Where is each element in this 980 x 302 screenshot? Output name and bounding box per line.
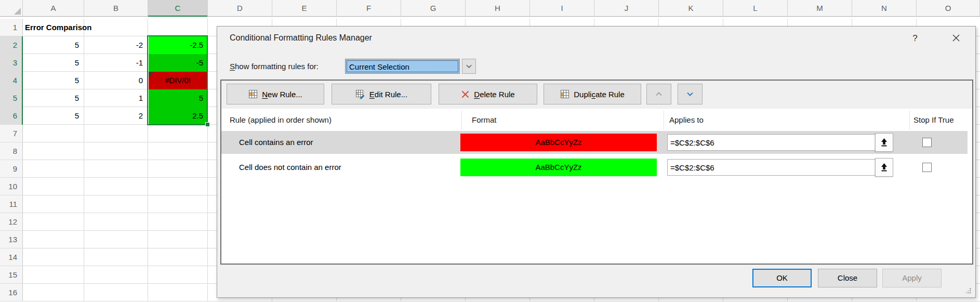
column-header-k[interactable]: K [659,0,723,16]
cell-c4[interactable]: #DIV/0! [149,72,207,89]
collapse-dialog-button[interactable] [875,158,893,177]
error-indicator-triangle-icon [149,72,153,77]
row-header-1[interactable]: 1 [0,19,23,36]
row-header-14[interactable]: 14 [0,248,23,266]
resize-grip[interactable] [964,287,972,296]
cell-b5[interactable]: 1 [84,89,146,107]
collapse-dialog-button[interactable] [875,133,893,152]
cell-b2[interactable]: -2 [84,36,146,54]
combobox-dropdown-button[interactable] [462,59,476,74]
cell-c2[interactable]: -2.5 [149,36,207,54]
edit-rule-button[interactable]: Edit Rule... [332,84,431,104]
red-x-icon [461,90,470,99]
cell-b6[interactable]: 2 [84,107,146,125]
applies-to-input[interactable] [667,134,876,151]
cell-b4[interactable]: 0 [84,72,146,89]
row-header-5[interactable]: 5 [0,89,23,107]
cell-a2[interactable]: 5 [23,36,82,54]
stop-if-true-checkbox[interactable] [922,163,932,172]
column-header-d[interactable]: D [208,0,272,16]
apply-button[interactable]: Apply [882,269,942,287]
rules-list-frame: New Rule... Edit Rule... [220,80,973,265]
row-header-15[interactable]: 15 [0,266,23,284]
column-header-n[interactable]: N [852,0,917,16]
duplicate-rule-button[interactable]: Duplicate Rule [544,84,641,104]
rule-name: Cell does not contain an error [239,156,341,179]
column-header-j[interactable]: J [594,0,659,16]
header-applies: Applies to [669,109,704,131]
row-header-4[interactable]: 4 [0,72,23,89]
rule-row-2[interactable]: Cell does not contain an error AaBbCcYyZ… [221,156,968,179]
column-header-a[interactable]: A [23,0,84,16]
resize-grip-icon [964,287,972,294]
row-header-9[interactable]: 9 [0,160,23,178]
column-header-i[interactable]: I [530,0,594,16]
cf-rules-manager-dialog: Conditional Formatting Rules Manager ? S… [217,26,976,298]
cell-a3[interactable]: 5 [23,54,82,72]
column-header-c[interactable]: C [148,0,208,16]
row-header-7[interactable]: 7 [0,125,23,142]
row-header-16[interactable]: 16 [0,284,23,301]
table-grid-pencil-icon [355,89,365,99]
row-header-8[interactable]: 8 [0,142,23,160]
help-icon[interactable]: ? [907,31,923,46]
new-rule-button[interactable]: New Rule... [227,84,324,104]
column-header-b[interactable]: B [84,0,148,16]
cell-a6[interactable]: 5 [23,107,82,125]
column-header-g[interactable]: G [401,0,466,16]
rules-list-header: Rule (applied in order shown) Format App… [221,109,972,131]
row-header-6[interactable]: 6 [0,107,23,125]
delete-rule-label: Delete Rule [474,90,514,99]
header-separator [909,111,910,129]
cell-b3[interactable]: -1 [84,54,146,72]
column-header-f[interactable]: F [337,0,401,16]
rule-row-1[interactable]: Cell contains an error AaBbCcYyZz [221,131,968,154]
header-format: Format [472,109,497,131]
column-header-o[interactable]: O [917,0,980,16]
move-rule-up-button[interactable] [646,84,671,104]
row-header-11[interactable]: 11 [0,195,23,213]
fill-handle[interactable] [205,122,210,127]
ok-button[interactable]: OK [752,269,812,287]
move-rule-down-button[interactable] [678,84,703,104]
column-header-e[interactable]: E [272,0,337,16]
column-header-h[interactable]: H [466,0,530,16]
header-rule: Rule (applied in order shown) [230,109,332,131]
row-header-10[interactable]: 10 [0,178,23,195]
header-stop: Stop If True [913,109,954,131]
select-all-triangle-icon [14,8,21,15]
combobox-value: Current Selection [347,60,458,72]
rules-toolbar: New Rule... Edit Rule... [221,81,972,109]
row-header-12[interactable]: 12 [0,213,23,231]
collapse-range-icon [880,163,888,172]
table-grid-icon [560,89,570,99]
table-grid-icon [248,89,258,99]
excel-window: A B C D E F G H I J K L M N O 1 2 3 4 5 … [0,0,980,302]
column-header-m[interactable]: M [788,0,852,16]
show-rules-combobox[interactable]: Current Selection [345,59,460,74]
format-preview: AaBbCcYyZz [460,159,657,176]
row-header-2[interactable]: 2 [0,36,23,54]
cell-a1[interactable]: Error Comparison [25,19,91,36]
column-header-l[interactable]: L [723,0,788,16]
applies-to-input[interactable] [667,159,876,176]
select-all-button[interactable] [0,0,23,16]
close-button[interactable]: Close [818,269,877,287]
row-header-3[interactable]: 3 [0,54,23,72]
delete-rule-button[interactable]: Delete Rule [439,84,537,104]
stop-if-true-checkbox[interactable] [922,138,932,147]
row-headers: 1 2 3 4 5 6 7 8 9 10 11 12 13 14 15 16 [0,19,23,301]
row-header-13[interactable]: 13 [0,231,23,248]
close-x-icon [952,34,960,42]
cell-c5[interactable]: 5 [149,89,207,107]
header-separator [664,111,664,129]
close-icon[interactable] [946,30,966,46]
cell-a4[interactable]: 5 [23,72,82,89]
cell-c6[interactable]: 2.5 [149,107,207,125]
cell-a5[interactable]: 5 [23,89,82,107]
chevron-down-icon [465,62,473,70]
collapse-range-icon [880,138,888,147]
duplicate-rule-label: Duplicate Rule [574,90,625,99]
cell-c3[interactable]: -5 [149,54,207,72]
chevron-up-icon [654,89,664,99]
